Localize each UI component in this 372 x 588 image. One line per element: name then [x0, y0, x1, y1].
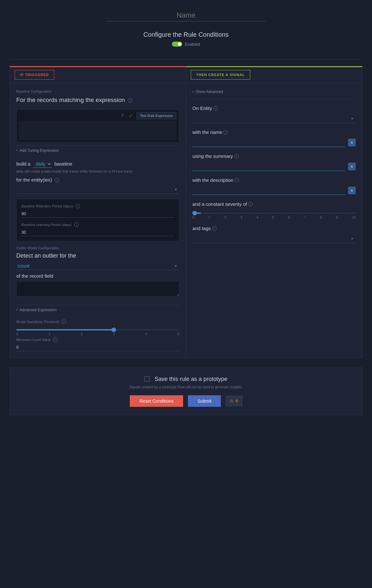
sensitivity-slider[interactable] [16, 329, 179, 330]
for-entity-row: for the entity(ies) i [16, 177, 179, 182]
submit-button[interactable]: Submit [188, 395, 221, 407]
with-description-input-row: + [192, 186, 356, 195]
with-name-input[interactable] [192, 138, 345, 147]
test-rule-button[interactable]: Test Rule Expression [136, 112, 176, 119]
min-count-input[interactable] [16, 344, 179, 351]
expression-help-button[interactable]: ? [120, 112, 125, 119]
bottom-section: Save this rule as a prototype Signals cr… [10, 368, 362, 415]
tags-dropdown-wrapper [192, 234, 356, 243]
using-summary-info-icon[interactable]: i [234, 154, 239, 159]
severity-info-icon[interactable]: i [248, 202, 253, 206]
learning-info-icon[interactable]: i [74, 222, 79, 227]
using-summary-label: using the summary i [192, 153, 356, 159]
count-select[interactable]: count [16, 262, 179, 270]
show-advanced-toggle[interactable]: ▾ Show Advanced [192, 89, 356, 99]
show-advanced-arrow-icon: ▾ [192, 90, 194, 93]
add-tuning-label: Add Tuning Expression [19, 148, 59, 153]
with-description-plus-button[interactable]: + [348, 187, 356, 194]
on-entity-dropdown-wrapper [192, 114, 356, 123]
warning-count: 6 [236, 398, 238, 403]
advanced-expression-toggle[interactable]: ▾ Advanced Expression [16, 305, 179, 315]
with-description-input[interactable] [192, 186, 345, 195]
baseline-config-label: Baseline Configuration [16, 89, 179, 93]
sensitivity-info-icon[interactable]: i [62, 320, 66, 324]
using-summary-input[interactable] [192, 162, 345, 171]
with-description-info-icon[interactable]: i [235, 178, 239, 182]
record-field-textarea[interactable] [16, 281, 179, 297]
daily-select[interactable]: daily [33, 160, 52, 168]
expression-textarea[interactable] [19, 121, 176, 140]
question-icon: ? [121, 113, 124, 118]
learning-period-input[interactable] [21, 228, 174, 236]
build-baseline-row: build a daily baseline [16, 160, 179, 168]
using-summary-block: using the summary i + [192, 153, 356, 171]
on-entity-label: On Entity i [192, 105, 356, 111]
add-tuning-expression-toggle[interactable]: ▾ Add Tuning Expression [16, 145, 179, 155]
reset-conditions-button[interactable]: Reset Conditions [130, 395, 183, 407]
then-create-signal-panel: THEN CREATE A SIGNAL ▾ Show Advanced On … [186, 66, 362, 358]
entity-info-icon[interactable]: i [55, 178, 59, 182]
expression-toolbar: ? ⤢ Test Rule Expression [19, 112, 176, 119]
with-description-label: with the description i [192, 177, 356, 183]
page-header: Configure the Rule Conditions Enabled [10, 0, 362, 59]
advanced-expr-text: Advanced Expression [19, 308, 57, 312]
then-panel-content: ▾ Show Advanced On Entity i [186, 83, 362, 256]
severity-slider-container: 0 1 2 3 4 5 6 7 8 9 10 [192, 210, 356, 219]
and-tags-block: and tags i [192, 226, 356, 243]
footer-buttons: Reset Conditions Submit ⚠ 6 [18, 395, 354, 407]
using-summary-input-row: + [192, 162, 356, 171]
on-entity-info-icon[interactable]: i [213, 106, 218, 111]
entity-dropdown-wrapper [16, 185, 179, 194]
sensitivity-threshold-label: Model Sensitivity Threshold i [16, 320, 179, 324]
retention-period-label: Baseline Retention Period (days) i [21, 204, 174, 208]
build-text-1: build a [16, 161, 30, 166]
baseline-daily-hint: daily will create a data model that trac… [16, 169, 179, 173]
prototype-checkbox[interactable] [144, 376, 150, 382]
prototype-hint: Signals created by a prototype Rule will… [18, 385, 354, 389]
severity-slider[interactable] [192, 213, 356, 214]
if-panel-header: IF TRIGGERED [10, 67, 186, 83]
outlier-config-label: Outlier Model Configuration [16, 246, 179, 250]
and-tags-label: and tags i [192, 226, 356, 231]
tuning-arrow-icon: ▾ [16, 149, 18, 152]
baseline-config-section: Baseline Configuration For the records m… [16, 89, 179, 241]
enabled-toggle[interactable] [172, 42, 182, 47]
count-select-wrapper: count [16, 262, 179, 270]
sensitivity-ticks: 0 1 2 3 4 5 [16, 332, 179, 336]
page-title: Configure the Rule Conditions [10, 31, 362, 38]
with-name-info-icon[interactable]: i [223, 130, 228, 135]
and-tags-info-icon[interactable]: i [212, 226, 217, 231]
baseline-title-info-icon[interactable]: i [128, 98, 132, 103]
show-advanced-label: Show Advanced [196, 89, 223, 94]
with-name-block: with the name i + [192, 129, 356, 147]
on-entity-dropdown[interactable] [192, 114, 356, 123]
using-summary-plus-button[interactable]: + [348, 163, 356, 170]
rule-name-input[interactable] [106, 10, 266, 21]
expression-expand-button[interactable]: ⤢ [128, 112, 134, 119]
panels-container: IF TRIGGERED Baseline Configuration For … [10, 66, 362, 358]
baseline-config-title: For the records matching the expression … [16, 96, 179, 104]
expression-box: ? ⤢ Test Rule Expression [16, 109, 179, 143]
with-name-input-row: + [192, 138, 356, 147]
severity-block: and a constant severity of i 0 1 2 3 4 5… [192, 201, 356, 219]
if-triggered-panel: IF TRIGGERED Baseline Configuration For … [10, 66, 186, 358]
build-text-2: baseline [54, 161, 72, 166]
header-divider [10, 59, 362, 60]
with-description-block: with the description i + [192, 177, 356, 195]
with-name-plus-button[interactable]: + [348, 139, 356, 146]
if-triggered-tab[interactable]: IF TRIGGERED [15, 70, 54, 80]
prototype-row: Save this rule as a prototype [18, 376, 354, 383]
retention-info-icon[interactable]: i [75, 204, 80, 208]
min-count-label: Minimum Count Value i [16, 337, 179, 342]
min-count-info-icon[interactable]: i [53, 337, 58, 342]
retention-period-input[interactable] [21, 210, 174, 218]
then-create-signal-tab[interactable]: THEN CREATE A SIGNAL [191, 70, 250, 80]
severity-ticks: 0 1 2 3 4 5 6 7 8 9 10 [192, 216, 356, 219]
detect-title: Detect an outlier for the [16, 252, 179, 259]
entity-dropdown[interactable] [16, 185, 179, 194]
tags-dropdown[interactable] [192, 234, 356, 243]
sensitivity-slider-container: 0 1 2 3 4 5 [16, 327, 179, 336]
with-name-label: with the name i [192, 129, 356, 135]
warning-badge[interactable]: ⚠ 6 [226, 396, 242, 406]
enabled-label: Enabled [185, 42, 200, 47]
